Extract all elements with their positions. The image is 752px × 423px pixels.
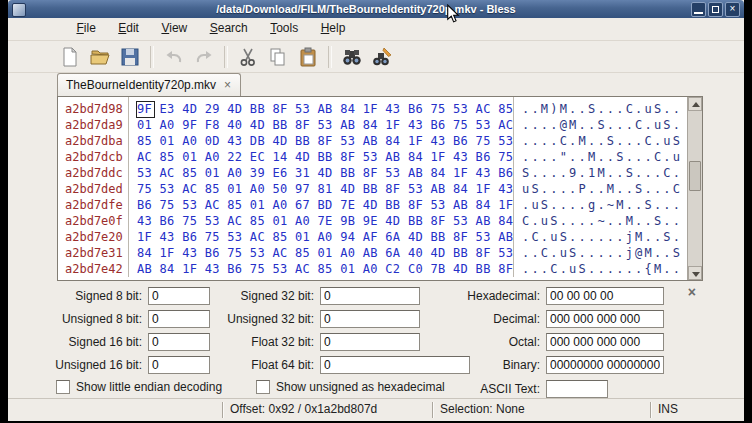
binary-field[interactable] [546, 356, 664, 374]
tab-close-icon[interactable]: × [223, 79, 232, 91]
scroll-down-button[interactable] [688, 266, 702, 280]
ascii-row-text[interactable]: S....9.1M..S...C. [522, 165, 702, 181]
unsigned-32bit-field[interactable] [320, 310, 420, 328]
conversion-column-2: Signed 32 bit: Unsigned 32 bit: Float 32… [220, 287, 470, 379]
signed-8bit-field[interactable] [148, 287, 210, 305]
tab-strip: TheBourneIdentity720p.mkv × [8, 73, 744, 96]
close-button[interactable]: × [725, 2, 740, 17]
octal-field[interactable] [546, 333, 664, 351]
new-document-button[interactable] [56, 43, 84, 71]
cut-icon [237, 46, 259, 68]
find-button[interactable] [338, 43, 366, 71]
offset-label: a2bd7da9 [65, 117, 128, 133]
byte-cursor [136, 101, 155, 118]
hexadecimal-field[interactable] [546, 287, 664, 305]
ascii-row-text[interactable]: C.uS....~..M..S.. [522, 213, 702, 229]
ascii-row-text[interactable]: ..M)M..S...C.uS.. [522, 101, 702, 117]
save-file-icon [119, 46, 141, 68]
bless-window: /data/Download/FILM/TheBourneIdentity720… [8, 0, 744, 420]
menu-search[interactable]: Search [201, 18, 257, 40]
maximize-button[interactable] [708, 2, 723, 17]
hex-row-bytes[interactable]: AB 84 1F 43 B6 75 53 AC 85 01 A0 C2 C0 7… [137, 261, 513, 277]
field-label: Hexadecimal: [438, 289, 540, 303]
field-label: Float 64 bit: [220, 358, 314, 372]
menu-edit[interactable]: Edit [109, 18, 148, 40]
field-label: Signed 32 bit: [220, 289, 314, 303]
ascii-text-field[interactable] [546, 380, 608, 398]
panel-close-icon[interactable]: × [688, 285, 696, 299]
menu-file[interactable]: File [67, 18, 104, 40]
close-icon: × [730, 3, 736, 14]
cut-button[interactable] [234, 43, 262, 71]
open-file-icon [89, 46, 111, 68]
ascii-row-text[interactable]: ....C.M..S...C.uS [522, 133, 702, 149]
hex-row-bytes[interactable]: 1F 43 B6 75 53 AC 85 01 A0 94 AF 6A 4D B… [137, 229, 513, 245]
hex-row-bytes[interactable]: 53 AC 85 01 A0 39 E6 31 4D BB 8F 53 AB 8… [137, 165, 513, 181]
ascii-row-text[interactable]: uS....P..M..S...C [522, 181, 702, 197]
checkbox-label: Show unsigned as hexadecimal [276, 380, 445, 394]
find-icon [341, 46, 363, 68]
menu-tools[interactable]: Tools [261, 18, 307, 40]
titlebar[interactable]: /data/Download/FILM/TheBourneIdentity720… [8, 0, 744, 18]
field-label: ASCII Text: [438, 382, 540, 396]
scrollbar-thumb[interactable] [689, 161, 701, 191]
tab-file[interactable]: TheBourneIdentity720p.mkv × [57, 73, 241, 96]
statusbar-divider [222, 402, 224, 418]
hex-row-bytes[interactable]: 75 53 AC 85 01 A0 50 97 81 4D BB 8F 53 A… [137, 181, 513, 197]
hex-row-bytes[interactable]: 01 A0 9F F8 40 4D BB 8F 53 AB 84 1F 43 B… [137, 117, 513, 133]
unsigned-16bit-field[interactable] [148, 356, 210, 374]
ascii-column[interactable]: ..M)M..S...C.uS.. ....@M..S...C.uS. ....… [514, 97, 702, 277]
hex-row-bytes[interactable]: 84 1F 43 B6 75 53 AC 85 01 A0 AB 6A 40 4… [137, 245, 513, 261]
signed-32bit-field[interactable] [320, 287, 420, 305]
offset-column: a2bd7d98 a2bd7da9 a2bd7dba a2bd7dcb a2bd… [58, 97, 129, 277]
unsigned-hex-checkbox[interactable] [256, 380, 270, 394]
paste-icon [297, 46, 319, 68]
new-document-icon [59, 46, 81, 68]
ascii-row-text[interactable]: ...C.uS......{M.. [522, 261, 702, 277]
unsigned-hex-option: Show unsigned as hexadecimal [256, 380, 445, 394]
unsigned-8bit-field[interactable] [148, 310, 210, 328]
ascii-text-group: ASCII Text: [438, 380, 608, 398]
hex-column[interactable]: 9F E3 4D 29 4D BB 8F 53 AB 84 1F 43 B6 7… [129, 97, 514, 277]
signed-16bit-field[interactable] [148, 333, 210, 351]
menu-view[interactable]: View [152, 18, 196, 40]
save-file-button[interactable] [116, 43, 144, 71]
field-label: Binary: [438, 358, 540, 372]
offset-label: a2bd7e20 [65, 229, 128, 245]
ascii-row-text[interactable]: ....@M..S...C.uS. [522, 117, 702, 133]
minimize-button[interactable] [691, 2, 706, 17]
float-32bit-field[interactable] [320, 333, 420, 351]
decimal-field[interactable] [546, 310, 664, 328]
vertical-scrollbar[interactable] [687, 97, 702, 280]
copy-button[interactable] [264, 43, 292, 71]
little-endian-option: Show little endian decoding [56, 380, 222, 394]
field-label: Octal: [438, 335, 540, 349]
little-endian-checkbox[interactable] [56, 380, 70, 394]
hex-row-bytes[interactable]: 9F E3 4D 29 4D BB 8F 53 AB 84 1F 43 B6 7… [137, 101, 513, 117]
hex-row-bytes[interactable]: 43 B6 75 53 AC 85 01 A0 7E 9B 9E 4D BB 8… [137, 213, 513, 229]
paste-button[interactable] [294, 43, 322, 71]
redo-button[interactable] [190, 43, 218, 71]
hex-row-bytes[interactable]: B6 75 53 AC 85 01 A0 67 BD 7E 4D BB 8F 5… [137, 197, 513, 213]
ascii-row-text[interactable]: ...."..M..S...C.u [522, 149, 702, 165]
undo-button[interactable] [160, 43, 188, 71]
ascii-row-text[interactable]: .uS....g.~M..S... [522, 197, 702, 213]
offset-label: a2bd7ddc [65, 165, 128, 181]
hex-editor: a2bd7d98 a2bd7da9 a2bd7dba a2bd7dcb a2bd… [57, 96, 703, 281]
hex-row-bytes[interactable]: 85 01 A0 0D 43 DB 4D BB 8F 53 AB 84 1F 4… [137, 133, 513, 149]
field-label: Unsigned 32 bit: [220, 312, 314, 326]
offset-label: a2bd7d98 [65, 101, 128, 117]
hex-row-bytes[interactable]: AC 85 01 A0 22 EC 14 4D BB 8F 53 AB 84 1… [137, 149, 513, 165]
find-replace-button[interactable] [368, 43, 396, 71]
conversion-options-row: Show little endian decoding Show unsigne… [8, 380, 744, 398]
offset-label: a2bd7e0f [65, 213, 128, 229]
open-file-button[interactable] [86, 43, 114, 71]
ascii-row-text[interactable]: ..C.uS.....j@M..S [522, 245, 702, 261]
toolbar-separator [150, 46, 154, 68]
ascii-row-text[interactable]: .C.uS......jM..S. [522, 229, 702, 245]
field-label: Float 32 bit: [220, 335, 314, 349]
offset-label: a2bd7dfe [65, 197, 128, 213]
scroll-up-button[interactable] [688, 97, 702, 111]
menu-help[interactable]: Help [312, 18, 355, 40]
tab-label: TheBourneIdentity720p.mkv [66, 78, 216, 92]
